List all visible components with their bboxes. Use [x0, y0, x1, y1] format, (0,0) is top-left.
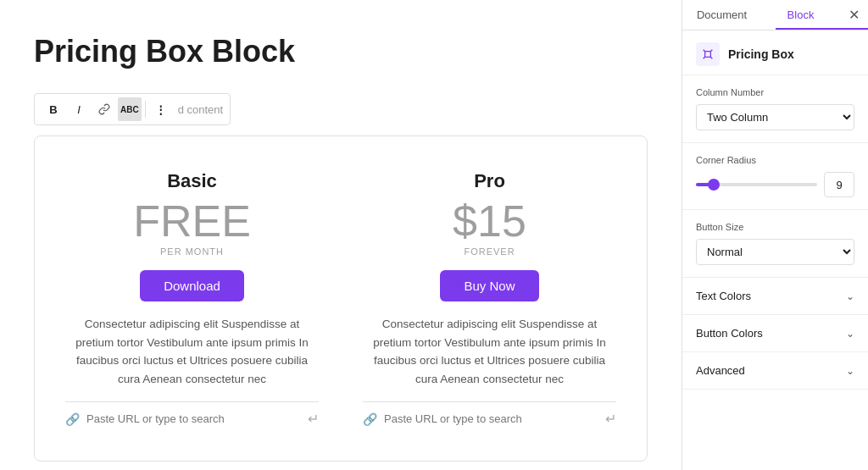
url-input-pro[interactable]: [384, 412, 598, 425]
more-options-button[interactable]: ⋮: [149, 97, 173, 121]
url-input-row-pro: 🔗 ↵: [363, 401, 616, 427]
slider-thumb[interactable]: [708, 179, 720, 191]
corner-radius-label: Corner Radius: [696, 155, 854, 165]
advanced-section: Advanced ⌄: [682, 352, 868, 390]
url-input-basic[interactable]: [86, 412, 301, 425]
button-size-select[interactable]: Small Normal Large: [696, 239, 854, 265]
toolbar-context: d content: [178, 103, 224, 116]
pricing-card-pro: Pro $15 FOREVER Buy Now Consectetur adip…: [349, 153, 630, 444]
editor-toolbar: B I ABC ⋮ d content: [34, 93, 231, 125]
text-colors-chevron-icon: ⌄: [846, 290, 854, 302]
pricing-grid: Basic FREE PER MONTH Download Consectetu…: [52, 153, 630, 444]
pricing-wrapper: Basic FREE PER MONTH Download Consectetu…: [34, 135, 648, 462]
editor-area: Pricing Box Block B I ABC ⋮ d content Ba…: [0, 0, 682, 470]
plan-price-basic: FREE: [65, 199, 319, 243]
button-colors-label: Button Colors: [696, 327, 763, 340]
plan-name-basic: Basic: [65, 170, 319, 192]
keyboard-button[interactable]: ABC: [118, 97, 142, 121]
plan-button-pro[interactable]: Buy Now: [440, 270, 538, 301]
column-number-section: Column Number One Column Two Column Thre…: [682, 75, 868, 143]
plan-button-basic[interactable]: Download: [140, 270, 244, 301]
link-icon-pro: 🔗: [363, 412, 377, 426]
advanced-chevron-icon: ⌄: [846, 365, 854, 377]
advanced-header[interactable]: Advanced ⌄: [682, 352, 868, 389]
button-colors-header[interactable]: Button Colors ⌄: [682, 315, 868, 351]
block-panel-header: Pricing Box: [682, 30, 868, 75]
corner-radius-row: 9: [696, 172, 854, 197]
sidebar-tabs: Document Block ✕: [682, 0, 868, 30]
button-size-section: Button Size Small Normal Large: [682, 210, 868, 278]
plan-description-pro: Consectetur adipiscing elit Suspendisse …: [363, 315, 616, 388]
toolbar-separator: [145, 101, 146, 118]
text-colors-label: Text Colors: [696, 290, 751, 302]
advanced-label: Advanced: [696, 364, 745, 377]
page-title: Pricing Box Block: [34, 34, 648, 69]
column-number-select[interactable]: One Column Two Column Three Column: [696, 104, 854, 130]
block-icon: [696, 42, 720, 66]
pricing-card-basic: Basic FREE PER MONTH Download Consectetu…: [52, 153, 332, 444]
enter-icon-pro: ↵: [605, 411, 616, 427]
close-sidebar-button[interactable]: ✕: [840, 0, 868, 30]
bold-button[interactable]: B: [42, 97, 65, 121]
plan-description-basic: Consectetur adipiscing elit Suspendisse …: [65, 315, 319, 388]
tab-document[interactable]: Document: [682, 0, 761, 30]
button-size-label: Button Size: [696, 222, 854, 232]
corner-radius-slider[interactable]: [696, 183, 817, 186]
text-colors-header[interactable]: Text Colors ⌄: [682, 278, 868, 314]
link-icon-basic: 🔗: [65, 412, 80, 426]
url-input-row-basic: 🔗 ↵: [65, 401, 319, 427]
button-colors-section: Button Colors ⌄: [682, 315, 868, 352]
radius-value: 9: [824, 172, 854, 197]
plan-name-pro: Pro: [363, 170, 616, 192]
enter-icon-basic: ↵: [308, 411, 319, 427]
column-number-label: Column Number: [696, 87, 854, 97]
corner-radius-section: Corner Radius 9: [682, 143, 868, 210]
tab-block[interactable]: Block: [761, 0, 840, 30]
text-colors-section: Text Colors ⌄: [682, 278, 868, 315]
plan-period-basic: PER MONTH: [65, 246, 319, 257]
plan-period-pro: FOREVER: [363, 246, 616, 257]
right-sidebar: Document Block ✕ Pricing Box Column Numb…: [682, 0, 868, 470]
plan-price-pro: $15: [363, 199, 616, 243]
link-button[interactable]: [92, 97, 116, 121]
italic-button[interactable]: I: [67, 97, 91, 121]
button-colors-chevron-icon: ⌄: [846, 328, 854, 340]
block-title: Pricing Box: [728, 47, 794, 61]
